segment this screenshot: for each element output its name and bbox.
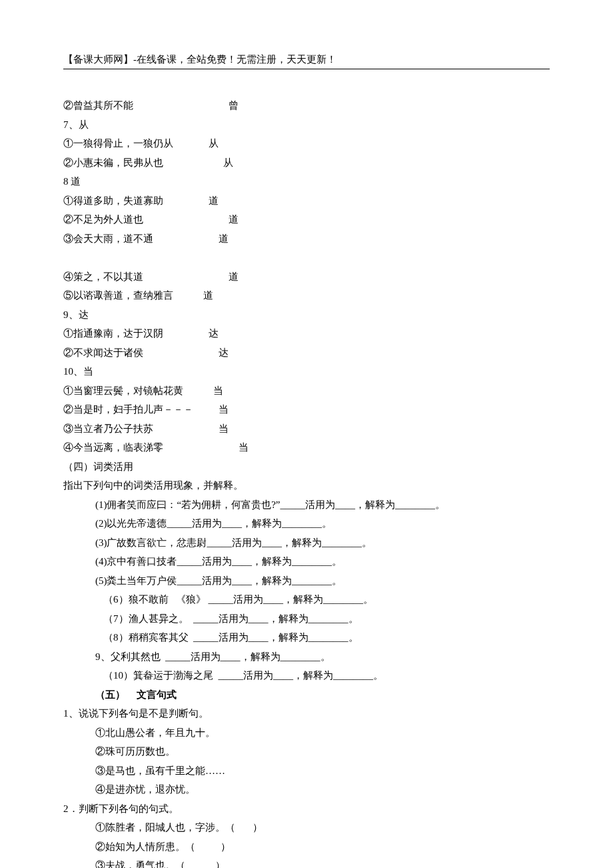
document-body: ②曾益其所不能 曾7、从①一狼得骨止，一狼仍从 从②小惠未徧，民弗从也 从8 道… bbox=[63, 96, 550, 868]
text-line: 7、从 bbox=[63, 115, 550, 135]
text-line: （四）词类活用 bbox=[63, 457, 550, 477]
text-line: （8）稍稍宾客其父 _____活用为____，解释为________。 bbox=[63, 628, 550, 647]
text-line: ④是进亦忧，退亦忧。 bbox=[63, 780, 550, 799]
text-line: ④策之，不以其道 道 bbox=[63, 267, 550, 287]
text-line: 1、说说下列各句是不是判断句。 bbox=[63, 704, 550, 723]
text-line: ②小惠未徧，民弗从也 从 bbox=[63, 153, 550, 173]
text-line: 9、父利其然也 _____活用为____，解释为________。 bbox=[63, 647, 550, 667]
text-line: 9、达 bbox=[63, 305, 550, 325]
page-header: 【备课大师网】-在线备课，全站免费！无需注册，天天更新！ bbox=[63, 53, 550, 69]
text-line: ③夫战，勇气也。（ ） bbox=[63, 856, 550, 868]
text-line: (4)京中有善口技者_____活用为____，解释为________。 bbox=[63, 552, 550, 571]
text-line: 8 道 bbox=[63, 172, 550, 191]
text-line: (3)广故数言欲亡，忿恚尉_____活用为____，解释为________。 bbox=[63, 533, 550, 553]
text-line: 指出下列句中的词类活用现象，并解释。 bbox=[63, 476, 550, 495]
text-line: 2．判断下列各句的句式。 bbox=[63, 799, 550, 819]
text-line: ②珠可历历数也。 bbox=[63, 742, 550, 761]
text-line: ③当立者乃公子扶苏 当 bbox=[63, 419, 550, 439]
text-line: ①北山愚公者，年且九十。 bbox=[63, 723, 550, 743]
text-line: （五） 文言句式 bbox=[63, 685, 550, 705]
text-line: ①一狼得骨止，一狼仍从 从 bbox=[63, 134, 550, 153]
text-line bbox=[63, 248, 550, 267]
document-page: 【备课大师网】-在线备课，全站免费！无需注册，天天更新！ ②曾益其所不能 曾7、… bbox=[0, 0, 613, 868]
text-line: ④今当远离，临表涕零 当 bbox=[63, 438, 550, 457]
text-line: ②始知为人情所患。（ ） bbox=[63, 837, 550, 857]
text-line: （10）箕畚运于渤海之尾 _____活用为____，解释为________。 bbox=[63, 666, 550, 685]
text-line: (5)粪土当年万户侯_____活用为____，解释为________。 bbox=[63, 571, 550, 591]
text-line: ②曾益其所不能 曾 bbox=[63, 96, 550, 115]
text-line: ③是马也，虽有千里之能…… bbox=[63, 761, 550, 781]
text-line: (2)以光先帝遗德_____活用为____，解释为________。 bbox=[63, 514, 550, 533]
text-line: ③会天大雨，道不通 道 bbox=[63, 229, 550, 249]
text-line: ②不求闻达于诸侯 达 bbox=[63, 343, 550, 363]
text-line: （7）渔人甚异之。 _____活用为____，解释为________。 bbox=[63, 609, 550, 629]
text-line: ⑤以谘诹善道，查纳雅言 道 bbox=[63, 286, 550, 305]
text-line: ①指通豫南，达于汉阴 达 bbox=[63, 324, 550, 343]
text-line: ①陈胜者，阳城人也，字涉。（ ） bbox=[63, 818, 550, 837]
text-line: ①当窗理云鬓，对镜帖花黄 当 bbox=[63, 381, 550, 401]
text-line: (1)佣者笑而应曰：“若为佣耕，何富贵也?”_____活用为____，解释为__… bbox=[63, 495, 550, 515]
text-line: ①得道多助，失道寡助 道 bbox=[63, 191, 550, 211]
text-line: ②不足为外人道也 道 bbox=[63, 210, 550, 229]
text-line: （6）狼不敢前 《狼》 _____活用为____，解释为________。 bbox=[63, 590, 550, 609]
text-line: 10、当 bbox=[63, 362, 550, 381]
text-line: ②当是时，妇手拍儿声－－－ 当 bbox=[63, 400, 550, 419]
